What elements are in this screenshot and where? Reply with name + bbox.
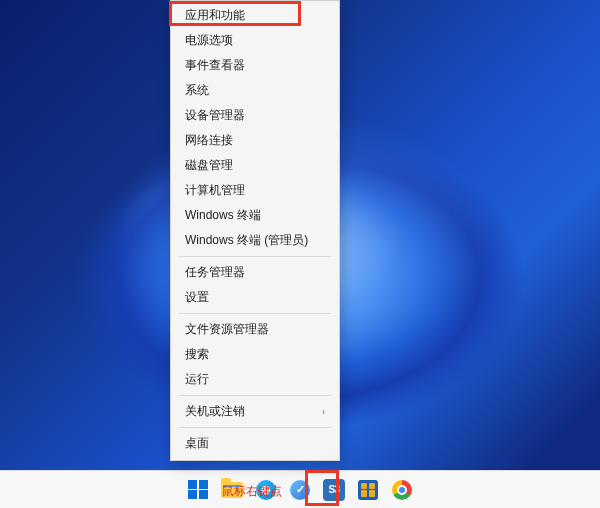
- menu-item-label: 桌面: [185, 435, 209, 452]
- taskbar-chrome[interactable]: [389, 477, 415, 503]
- menu-item-label: Windows 终端 (管理员): [185, 232, 308, 249]
- menu-system[interactable]: 系统: [171, 78, 339, 103]
- menu-item-label: 电源选项: [185, 32, 233, 49]
- s3-icon: S3: [323, 479, 345, 501]
- menu-device-manager[interactable]: 设备管理器: [171, 103, 339, 128]
- menu-file-explorer[interactable]: 文件资源管理器: [171, 317, 339, 342]
- menu-item-label: Windows 终端: [185, 207, 261, 224]
- menu-item-label: 事件查看器: [185, 57, 245, 74]
- menu-item-label: 网络连接: [185, 132, 233, 149]
- menu-item-label: 关机或注销: [185, 403, 245, 420]
- browser-icon: ✓: [290, 480, 310, 500]
- menu-separator: [179, 256, 331, 257]
- menu-separator: [179, 427, 331, 428]
- menu-network-connections[interactable]: 网络连接: [171, 128, 339, 153]
- menu-item-label: 计算机管理: [185, 182, 245, 199]
- taskbar-grid-app[interactable]: [355, 477, 381, 503]
- menu-windows-terminal[interactable]: Windows 终端: [171, 203, 339, 228]
- annotation-label: 鼠标右键点: [222, 483, 282, 500]
- menu-item-label: 系统: [185, 82, 209, 99]
- menu-separator: [179, 395, 331, 396]
- menu-item-label: 搜索: [185, 346, 209, 363]
- menu-windows-terminal-admin[interactable]: Windows 终端 (管理员): [171, 228, 339, 253]
- grid-app-icon: [358, 480, 378, 500]
- menu-separator: [179, 313, 331, 314]
- taskbar-browser-2[interactable]: ✓: [287, 477, 313, 503]
- menu-task-manager[interactable]: 任务管理器: [171, 260, 339, 285]
- chrome-icon: [392, 480, 412, 500]
- menu-computer-management[interactable]: 计算机管理: [171, 178, 339, 203]
- menu-settings[interactable]: 设置: [171, 285, 339, 310]
- menu-shutdown-signout[interactable]: 关机或注销 ›: [171, 399, 339, 424]
- menu-desktop[interactable]: 桌面: [171, 431, 339, 456]
- taskbar: ◉ ✓ S3: [0, 470, 600, 508]
- menu-item-label: 设备管理器: [185, 107, 245, 124]
- windows-logo-icon: [188, 480, 208, 500]
- menu-item-label: 文件资源管理器: [185, 321, 269, 338]
- menu-apps-features[interactable]: 应用和功能: [171, 3, 339, 28]
- start-context-menu: 应用和功能 电源选项 事件查看器 系统 设备管理器 网络连接 磁盘管理 计算机管…: [170, 0, 340, 461]
- taskbar-s3-app[interactable]: S3: [321, 477, 347, 503]
- menu-event-viewer[interactable]: 事件查看器: [171, 53, 339, 78]
- menu-disk-management[interactable]: 磁盘管理: [171, 153, 339, 178]
- menu-item-label: 运行: [185, 371, 209, 388]
- chevron-right-icon: ›: [322, 407, 325, 417]
- menu-item-label: 设置: [185, 289, 209, 306]
- menu-search[interactable]: 搜索: [171, 342, 339, 367]
- menu-item-label: 应用和功能: [185, 7, 245, 24]
- menu-power-options[interactable]: 电源选项: [171, 28, 339, 53]
- menu-item-label: 磁盘管理: [185, 157, 233, 174]
- menu-item-label: 任务管理器: [185, 264, 245, 281]
- start-button[interactable]: [185, 477, 211, 503]
- menu-run[interactable]: 运行: [171, 367, 339, 392]
